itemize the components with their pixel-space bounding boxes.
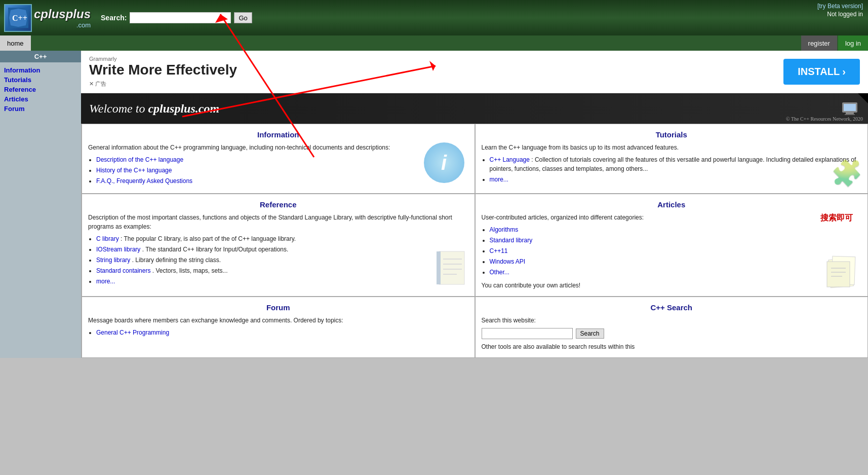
reference-links: C library : The popular C library, is al…: [88, 234, 468, 286]
install-button[interactable]: INSTALL ›: [783, 59, 860, 85]
reference-description: Description of the most important classe…: [88, 214, 452, 230]
articles-link-algorithms[interactable]: Algorithms: [490, 226, 519, 233]
welcome-banner: Welcome to cplusplus.com © The C++ Resou…: [81, 93, 868, 124]
reference-title: Reference: [88, 200, 468, 209]
search-site-input[interactable]: [482, 328, 573, 339]
articles-link-cpp11[interactable]: C++11: [490, 247, 508, 254]
tutorials-body: Learn the C++ language from its basics u…: [482, 143, 862, 184]
reference-body: Description of the most important classe…: [88, 213, 468, 286]
svg-rect-7: [846, 113, 854, 114]
ref-link-containers-suffix: . Vectors, lists, maps, sets...: [152, 267, 228, 274]
logo-area: C++ cplusplus .com: [4, 4, 91, 32]
forum-link-general[interactable]: General C++ Programming: [96, 329, 169, 336]
search-section: C++ Search Search this website: Search O…: [475, 297, 869, 358]
search-label: Search:: [101, 14, 127, 22]
sidebar-item-information[interactable]: Information: [4, 65, 77, 75]
sidebar-item-articles[interactable]: Articles: [4, 94, 77, 104]
reference-section: Reference Description of the most import…: [82, 194, 475, 297]
forum-description: Message boards where members can exchang…: [88, 317, 343, 324]
sidebar-item-forum[interactable]: Forum: [4, 104, 77, 114]
articles-description: User-contributed articles, organized int…: [482, 214, 644, 221]
articles-title: Articles: [482, 200, 862, 209]
svg-rect-8: [845, 114, 855, 115]
welcome-text: Welcome to: [89, 102, 145, 115]
info-link-faq[interactable]: F.A.Q., Frequently Asked Questions: [96, 177, 192, 185]
information-description: General information about the C++ progra…: [88, 144, 390, 151]
forum-links: General C++ Programming: [88, 328, 468, 337]
logo-com: .com: [34, 21, 91, 29]
info-link-history[interactable]: History of the C++ language: [96, 167, 172, 174]
information-body: General information about the C++ progra…: [88, 143, 468, 186]
logo-text: cplusplus: [34, 7, 91, 21]
chinese-annotation: 搜索即可: [820, 213, 853, 224]
welcome-domain: cplusplus.com: [148, 102, 219, 115]
svg-rect-6: [844, 104, 856, 111]
forum-section: Forum Message boards where members can e…: [82, 297, 475, 358]
information-links: Description of the C++ language History …: [88, 155, 468, 186]
articles-body: User-contributed articles, organized int…: [482, 213, 862, 290]
search-section-title: C++ Search: [482, 303, 862, 312]
forum-title: Forum: [88, 303, 468, 312]
information-section: Information General information about th…: [82, 124, 475, 194]
search-website-label: Search this website:: [482, 316, 862, 325]
auth-buttons: register log in: [801, 35, 868, 51]
sections-grid: Information General information about th…: [81, 124, 868, 358]
main-content: Grammarly Write More Effectively ✕ 广告 IN…: [81, 51, 868, 358]
tutorials-links: C++ Language : Collection of tutorials c…: [482, 155, 862, 184]
ref-link-c[interactable]: C library: [96, 235, 119, 242]
search-input[interactable]: [130, 12, 231, 23]
tutorials-title: Tutorials: [482, 130, 862, 139]
search-body: Search this website: Search Other tools …: [482, 316, 862, 351]
login-button[interactable]: log in: [838, 35, 868, 51]
ad-banner: Grammarly Write More Effectively ✕ 广告 IN…: [81, 51, 868, 93]
tutorials-section: Tutorials Learn the C++ language from it…: [475, 124, 869, 194]
logo-icon: C++: [4, 4, 32, 32]
main-layout: C++ Information Tutorials Reference Arti…: [0, 51, 868, 358]
search-site-form: Search: [482, 328, 862, 339]
svg-text:C++: C++: [12, 14, 27, 22]
search-site-button[interactable]: Search: [576, 328, 604, 339]
sidebar-item-tutorials[interactable]: Tutorials: [4, 75, 77, 85]
articles-link-stdlib[interactable]: Standard library: [490, 237, 533, 244]
top-right-area: [try Beta version] Not logged in: [817, 2, 863, 18]
forum-body: Message boards where members can exchang…: [88, 316, 468, 337]
sidebar-title: C++: [0, 51, 81, 62]
svg-rect-9: [439, 251, 464, 284]
other-tools-text: Other tools are also available to search…: [482, 342, 862, 351]
ref-link-iostream-suffix: . The standard C++ library for Input/Out…: [142, 246, 289, 253]
navbar: home register log in: [0, 35, 868, 51]
info-icon: i: [424, 142, 464, 183]
computer-icon: [840, 98, 860, 119]
articles-link-winapi[interactable]: Windows API: [490, 258, 526, 265]
beta-link[interactable]: [try Beta version]: [817, 3, 863, 10]
ref-link-iostream[interactable]: IOStream library: [96, 246, 140, 253]
ref-link-string-suffix: . Library defining the string class.: [132, 257, 221, 264]
ref-link-string[interactable]: String library: [96, 257, 130, 264]
articles-contribute: You can contribute your own articles!: [482, 281, 862, 290]
tutorials-link-more[interactable]: more...: [490, 176, 508, 183]
tutorials-link-language[interactable]: C++ Language: [490, 156, 530, 163]
header: C++ cplusplus .com Search: Go [try Beta …: [0, 0, 868, 35]
copyright-text: © The C++ Resources Network, 2020: [786, 116, 863, 122]
reference-icon: [434, 249, 469, 291]
ad-content: Grammarly Write More Effectively ✕ 广告: [89, 56, 237, 88]
ad-close[interactable]: ✕ 广告: [89, 80, 237, 88]
ad-headline: Write More Effectively: [89, 62, 237, 78]
sidebar-nav: Information Tutorials Reference Articles…: [0, 62, 81, 117]
info-link-description[interactable]: Description of the C++ language: [96, 156, 183, 163]
ref-link-more[interactable]: more...: [96, 278, 115, 285]
articles-section: Articles User-contributed articles, orga…: [475, 194, 869, 297]
ref-link-containers[interactable]: Standard containers: [96, 267, 150, 274]
sidebar-item-reference[interactable]: Reference: [4, 85, 77, 94]
tutorials-link-language-suffix: : Collection of tutorials covering all t…: [490, 156, 856, 172]
puzzle-icon: 🧩: [831, 159, 862, 188]
register-button[interactable]: register: [801, 35, 837, 51]
tutorials-description: Learn the C++ language from its basics u…: [482, 144, 679, 151]
articles-icon: [822, 249, 862, 291]
articles-link-other[interactable]: Other...: [490, 269, 509, 276]
information-title: Information: [88, 130, 468, 139]
ref-link-c-suffix: : The popular C library, is also part of…: [121, 235, 296, 242]
go-button[interactable]: Go: [234, 12, 252, 23]
sidebar: C++ Information Tutorials Reference Arti…: [0, 51, 81, 358]
home-button[interactable]: home: [0, 35, 31, 51]
